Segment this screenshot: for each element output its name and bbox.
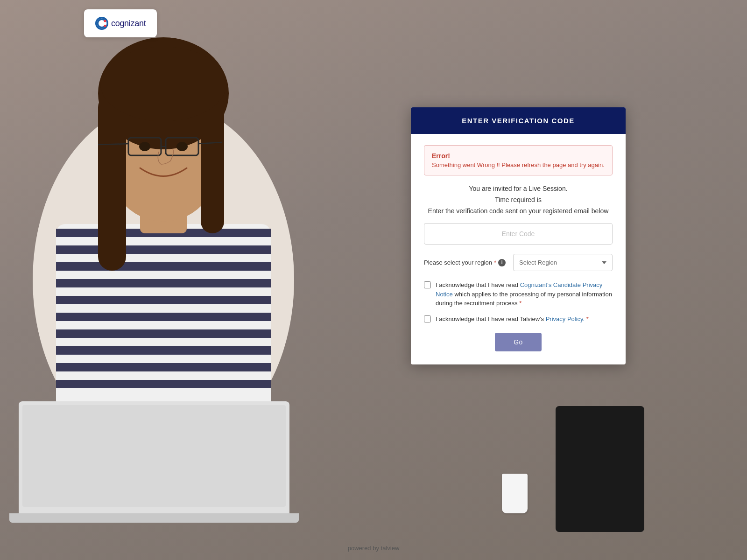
- talview-policy-link[interactable]: Privacy Policy.: [546, 315, 585, 322]
- laptop: [19, 401, 289, 523]
- region-select[interactable]: Select Region North America Europe Asia …: [513, 254, 613, 271]
- checkbox2-required-star: *: [586, 315, 589, 322]
- svg-point-24: [176, 142, 188, 151]
- privacy-notice-checkbox[interactable]: [424, 281, 431, 288]
- go-button[interactable]: Go: [495, 333, 542, 351]
- svg-rect-10: [56, 363, 271, 371]
- time-required-text: Time required is: [424, 196, 613, 203]
- checkbox-row-2: I acknowledge that I have read Talview's…: [424, 315, 613, 324]
- cognizant-c-icon: [95, 17, 108, 30]
- svg-rect-16: [201, 93, 224, 233]
- region-label-text: Please select your region: [424, 259, 492, 266]
- talview-policy-label: I acknowledge that I have read Talview's…: [436, 315, 589, 324]
- checkbox1-text-after: which applies to the processing of my pe…: [436, 291, 612, 307]
- checkbox1-text-before: I acknowledge that I have read: [436, 281, 520, 288]
- svg-rect-9: [56, 346, 271, 355]
- privacy-notice-label: I acknowledge that I have read Cognizant…: [436, 280, 613, 308]
- verification-code-input[interactable]: [424, 223, 613, 245]
- cognizant-brand-text: cognizant: [111, 19, 146, 28]
- modal-header: ENTER VERIFICATION CODE: [411, 107, 626, 134]
- modal-body: Error! Something went Wrong !! Please re…: [411, 134, 626, 364]
- svg-rect-8: [56, 329, 271, 338]
- powered-by-text: powered by talview: [348, 545, 400, 552]
- dark-device: [556, 406, 644, 532]
- svg-point-27: [104, 25, 106, 27]
- region-required-star: *: [494, 259, 496, 266]
- svg-rect-4: [56, 262, 271, 271]
- svg-point-23: [139, 142, 150, 151]
- logo-card: cognizant: [84, 9, 157, 37]
- coffee-cup: [502, 474, 528, 513]
- svg-point-26: [104, 20, 106, 22]
- checkbox-row-1: I acknowledge that I have read Cognizant…: [424, 280, 613, 308]
- svg-point-17: [100, 47, 226, 121]
- svg-rect-15: [98, 93, 126, 271]
- powered-by-footer: powered by talview: [348, 545, 400, 552]
- region-label: Please select your region * i: [424, 259, 506, 266]
- svg-rect-11: [56, 380, 271, 388]
- checkbox2-text-before: I acknowledge that I have read Talview's: [436, 315, 546, 322]
- verification-modal: ENTER VERIFICATION CODE Error! Something…: [411, 107, 626, 364]
- region-info-icon[interactable]: i: [498, 259, 506, 266]
- region-row: Please select your region * i Select Reg…: [424, 254, 613, 271]
- error-box: Error! Something went Wrong !! Please re…: [424, 145, 613, 175]
- svg-rect-5: [56, 279, 271, 287]
- svg-rect-6: [56, 296, 271, 304]
- svg-rect-7: [56, 313, 271, 321]
- live-session-text: You are invited for a Live Session.: [424, 185, 613, 192]
- error-title: Error!: [432, 152, 605, 160]
- talview-policy-checkbox[interactable]: [424, 315, 431, 322]
- cognizant-logo: cognizant: [95, 17, 146, 30]
- enter-code-instruction: Enter the verification code sent on your…: [424, 207, 613, 215]
- modal-title: ENTER VERIFICATION CODE: [462, 117, 575, 125]
- error-message: Something went Wrong !! Please refresh t…: [432, 161, 605, 168]
- svg-rect-3: [56, 245, 271, 254]
- checkbox1-required-star: *: [519, 300, 521, 307]
- background-person: [0, 0, 327, 467]
